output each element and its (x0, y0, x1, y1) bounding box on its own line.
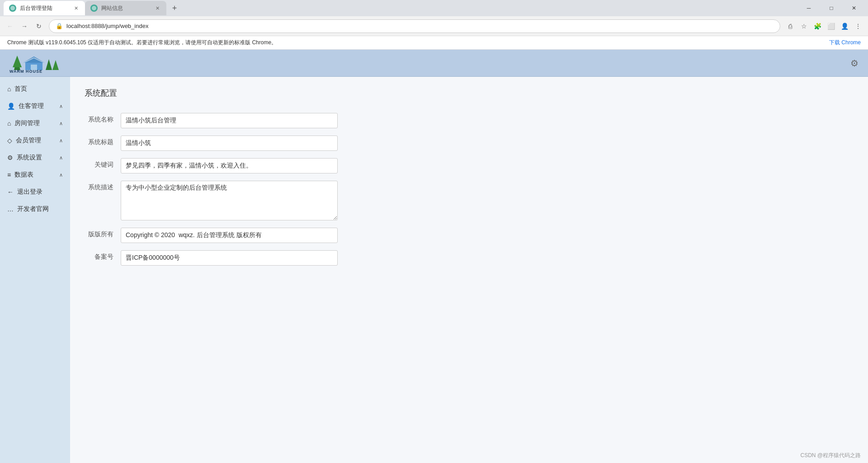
extension-icon[interactable]: 🧩 (811, 20, 824, 33)
form-row-sys-desc: 系统描述 专为中小型企业定制的后台管理系统 (85, 181, 446, 220)
label-copyright: 版版所有 (85, 228, 121, 239)
tab-title-1: 后台管理登陆 (20, 5, 69, 12)
sidebar-label-settings: 系统设置 (17, 154, 56, 162)
toolbar-icons: ⎙ ☆ 🧩 ⬜ 👤 ⋮ (784, 20, 864, 33)
home-icon: ⌂ (7, 85, 11, 93)
logo-area: WARM HOUSE (7, 53, 66, 73)
sidebar-label-member: 会员管理 (16, 136, 56, 145)
tab-close-1[interactable]: ✕ (72, 5, 80, 12)
back-button[interactable]: ← (4, 20, 16, 33)
sidebar-item-home[interactable]: ⌂ 首页 (0, 80, 70, 98)
watermark-text: CSDN @程序猿代码之路 (800, 452, 861, 458)
sidebar-item-developer[interactable]: … 开发者官网 (0, 201, 70, 218)
sidebar-label-developer: 开发者官网 (17, 205, 63, 213)
menu-icon[interactable]: ⋮ (852, 20, 864, 33)
chrome-notice-text: Chrome 测试版 v119.0.6045.105 仅适用于自动测试。若要进行… (7, 39, 277, 47)
developer-icon: … (7, 206, 14, 213)
sidebar: ⌂ 首页 👤 住客管理 ∧ ⌂ 房间管理 ∧ ◇ 会员管理 ∧ (0, 77, 70, 463)
split-icon[interactable]: ⬜ (825, 20, 837, 33)
sidebar-item-guest[interactable]: 👤 住客管理 ∧ (0, 98, 70, 115)
svg-text:WARM HOUSE: WARM HOUSE (9, 69, 42, 73)
label-sys-title: 系统标题 (85, 136, 121, 146)
page-title: 系统配置 (85, 88, 854, 102)
data-icon: ≡ (7, 171, 11, 178)
app-header: WARM HOUSE ⚙ (0, 50, 868, 77)
label-icp: 备案号 (85, 250, 121, 261)
tab-icon-2 (90, 5, 98, 12)
browser-frame: 后台管理登陆 ✕ 网站信息 ✕ + ─ □ ✕ ← → ↻ 🔒 localhos… (0, 0, 868, 463)
sidebar-item-member[interactable]: ◇ 会员管理 ∧ (0, 132, 70, 149)
member-icon: ◇ (7, 137, 12, 144)
sidebar-item-settings[interactable]: ⚙ 系统设置 ∧ (0, 149, 70, 166)
tab-icon-1 (9, 5, 16, 12)
svg-point-1 (92, 6, 96, 10)
tab-web-info[interactable]: 网站信息 ✕ (85, 1, 166, 15)
tab-admin-login[interactable]: 后台管理登陆 ✕ (4, 1, 85, 15)
room-icon: ⌂ (7, 120, 11, 127)
form-row-icp: 备案号 (85, 250, 446, 266)
bookmark-icon[interactable]: ☆ (797, 20, 810, 33)
svg-point-0 (10, 6, 15, 10)
app-body: ⌂ 首页 👤 住客管理 ∧ ⌂ 房间管理 ∧ ◇ 会员管理 ∧ (0, 77, 868, 463)
minimize-button[interactable]: ─ (798, 0, 819, 16)
sidebar-label-home: 首页 (14, 85, 63, 93)
app-container: WARM HOUSE ⚙ ⌂ 首页 👤 住客管理 ∧ (0, 50, 868, 463)
input-keywords[interactable] (121, 158, 338, 173)
sidebar-label-guest: 住客管理 (19, 102, 56, 110)
logo-svg: WARM HOUSE (7, 53, 66, 73)
maximize-button[interactable]: □ (821, 0, 842, 16)
tab-close-2[interactable]: ✕ (154, 5, 161, 12)
sidebar-label-data: 数据表 (14, 171, 56, 179)
svg-marker-3 (13, 56, 22, 67)
browser-toolbar: ← → ↻ 🔒 localhost:8888/jump/web_index ⎙ … (0, 16, 868, 36)
new-tab-button[interactable]: + (168, 2, 181, 14)
sidebar-label-room: 房间管理 (14, 119, 56, 127)
chrome-notice: Chrome 测试版 v119.0.6045.105 仅适用于自动测试。若要进行… (0, 36, 868, 50)
label-sys-name: 系统名称 (85, 113, 121, 124)
input-icp[interactable] (121, 250, 338, 266)
chrome-download-link[interactable]: 下载 Chrome (829, 39, 861, 47)
input-sys-title[interactable] (121, 136, 338, 151)
gear-icon[interactable]: ⚙ (848, 57, 861, 70)
label-sys-desc: 系统描述 (85, 181, 121, 192)
form-row-sys-name: 系统名称 (85, 113, 446, 128)
profile-icon[interactable]: 👤 (838, 20, 851, 33)
main-content: 系统配置 系统名称 系统标题 关键词 (70, 77, 868, 463)
input-sys-name[interactable] (121, 113, 338, 128)
address-bar[interactable]: 🔒 localhost:8888/jump/web_index (49, 19, 780, 33)
textarea-sys-desc[interactable]: 专为中小型企业定制的后台管理系统 (121, 181, 338, 220)
svg-marker-4 (46, 59, 52, 70)
form-row-sys-title: 系统标题 (85, 136, 446, 151)
sidebar-item-logout[interactable]: ← 退出登录 (0, 183, 70, 201)
form-row-keywords: 关键词 (85, 158, 446, 173)
sidebar-item-room[interactable]: ⌂ 房间管理 ∧ (0, 115, 70, 132)
settings-arrow: ∧ (59, 155, 63, 161)
footer-watermark: CSDN @程序猿代码之路 (800, 452, 861, 459)
sidebar-label-logout: 退出登录 (17, 188, 63, 196)
form-table: 系统名称 系统标题 关键词 系统描述 (85, 113, 446, 266)
guest-arrow: ∧ (59, 103, 63, 109)
svg-marker-5 (52, 60, 59, 70)
form-row-copyright: 版版所有 (85, 228, 446, 243)
close-button[interactable]: ✕ (844, 0, 864, 16)
input-copyright[interactable] (121, 228, 338, 243)
window-controls: ─ □ ✕ (798, 0, 864, 16)
logout-icon: ← (7, 188, 14, 196)
data-arrow: ∧ (59, 172, 63, 178)
forward-button[interactable]: → (18, 20, 31, 33)
member-arrow: ∧ (59, 138, 63, 144)
room-arrow: ∧ (59, 121, 63, 126)
address-text: localhost:8888/jump/web_index (66, 23, 148, 29)
settings-icon: ⚙ (7, 154, 13, 161)
share-icon[interactable]: ⎙ (784, 20, 797, 33)
refresh-button[interactable]: ↻ (33, 20, 45, 33)
sidebar-item-data[interactable]: ≡ 数据表 ∧ (0, 166, 70, 183)
guest-icon: 👤 (7, 103, 15, 110)
label-keywords: 关键词 (85, 158, 121, 169)
title-bar: 后台管理登陆 ✕ 网站信息 ✕ + ─ □ ✕ (0, 0, 868, 16)
header-right: ⚙ (848, 57, 861, 70)
tab-title-2: 网站信息 (101, 5, 150, 12)
